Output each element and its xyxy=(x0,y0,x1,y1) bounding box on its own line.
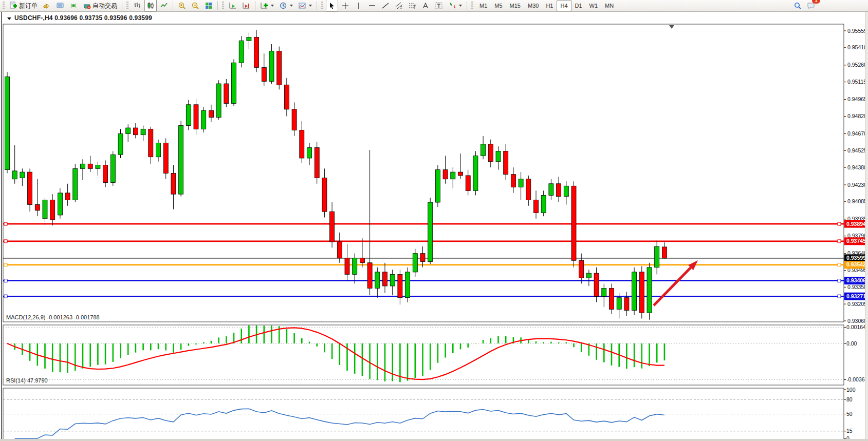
timeframe-W1[interactable]: W1 xyxy=(586,0,602,11)
axis-label: 0.94820 xyxy=(847,113,867,119)
chat-button[interactable]: 1 xyxy=(805,0,818,12)
timeframe-H4[interactable]: H4 xyxy=(557,0,571,11)
zoom-in-button[interactable] xyxy=(176,0,188,12)
trendline-icon xyxy=(381,2,390,10)
status-strip xyxy=(0,439,868,441)
candle xyxy=(330,212,335,242)
candle xyxy=(163,143,168,174)
candle xyxy=(247,37,251,41)
vertical-line-button[interactable] xyxy=(353,0,365,12)
candle xyxy=(88,164,93,168)
line-chart-button[interactable] xyxy=(158,0,170,12)
axis-label: 100 xyxy=(846,387,856,393)
trend-arrow-annotation[interactable] xyxy=(654,260,698,305)
axis-label: 0.93060 xyxy=(847,318,867,324)
timeframe-M1[interactable]: M1 xyxy=(476,0,491,11)
add-indicator-button[interactable] xyxy=(258,0,276,12)
candle xyxy=(413,254,417,272)
terminal-button[interactable] xyxy=(54,0,66,12)
window-left-edge xyxy=(1,12,2,441)
axis-label: 0.93745 xyxy=(846,238,866,244)
search-button[interactable] xyxy=(791,0,804,12)
timeframe-M15[interactable]: M15 xyxy=(506,0,524,11)
candle xyxy=(541,195,546,213)
axis-label: 0.94230 xyxy=(847,182,867,188)
axis-label: 0.94380 xyxy=(847,164,867,170)
announcement-button[interactable] xyxy=(41,0,53,12)
axis-label: 0.95555 xyxy=(847,28,867,34)
candle xyxy=(564,186,568,196)
candle xyxy=(647,267,652,313)
auto-trading-icon xyxy=(83,2,91,10)
axis-label: 0.00 xyxy=(846,340,857,347)
candle xyxy=(602,289,606,297)
crosshair-button[interactable] xyxy=(339,0,352,12)
candle xyxy=(473,156,478,190)
candle xyxy=(322,178,327,212)
timeframe-M5[interactable]: M5 xyxy=(491,0,506,11)
axis-label: 0.95260 xyxy=(847,62,867,68)
toolbar-grip[interactable] xyxy=(222,2,224,10)
toolbar-grip[interactable] xyxy=(126,2,128,10)
candle xyxy=(428,202,433,261)
auto-trading-button[interactable]: 自动交易 xyxy=(81,0,119,12)
candle-chart-button[interactable] xyxy=(144,0,157,12)
axis-label: 80 xyxy=(846,396,853,402)
candle xyxy=(488,144,493,162)
candle xyxy=(277,51,282,85)
axis-label: 0.93205 xyxy=(847,301,867,307)
candle xyxy=(73,168,78,200)
timeframe-MN[interactable]: MN xyxy=(601,0,617,11)
horizontal-line-button[interactable] xyxy=(366,0,378,12)
signal-button[interactable] xyxy=(67,0,80,12)
trendline-button[interactable] xyxy=(379,0,392,12)
tile-windows-button[interactable] xyxy=(202,0,215,12)
candle xyxy=(466,176,470,190)
text-button[interactable] xyxy=(419,0,432,12)
auto-scroll-button[interactable] xyxy=(227,0,239,12)
chart-shift-marker-icon[interactable] xyxy=(669,25,674,29)
candle xyxy=(579,260,584,278)
chart-shift-button[interactable] xyxy=(240,0,252,12)
periods-clock-button[interactable] xyxy=(277,0,295,12)
signal-icon xyxy=(69,2,78,10)
chart-area[interactable]: 0.955550.954100.952600.951150.949650.948… xyxy=(0,12,868,441)
chart-template-button[interactable] xyxy=(296,0,314,12)
candle xyxy=(639,272,644,313)
timeframe-M30[interactable]: M30 xyxy=(524,0,542,11)
candle xyxy=(141,129,145,135)
chart-canvas[interactable]: 0.955550.954100.952600.951150.949650.948… xyxy=(0,12,868,441)
toolbar-grip[interactable] xyxy=(321,2,323,10)
timeframe-D1[interactable]: D1 xyxy=(571,0,586,11)
candle xyxy=(315,148,319,178)
cursor-button[interactable] xyxy=(326,0,338,12)
dropdown-caret-icon xyxy=(271,5,274,7)
candle xyxy=(420,254,425,262)
candle xyxy=(81,164,85,168)
new-order-button[interactable]: 新订单 xyxy=(7,0,40,12)
toolbar: 新订单 自动交易 xyxy=(0,0,868,12)
candle xyxy=(451,172,455,179)
candle xyxy=(405,272,410,298)
bar-chart-button[interactable] xyxy=(131,0,143,12)
cursor-icon xyxy=(328,2,336,10)
toolbar-grip[interactable] xyxy=(3,2,5,10)
equidistant-channel-button[interactable] xyxy=(393,0,405,12)
zoom-out-button[interactable] xyxy=(189,0,201,12)
candle xyxy=(209,110,213,118)
candle xyxy=(110,155,115,182)
arrows-button[interactable] xyxy=(446,0,464,12)
candle xyxy=(655,246,659,267)
symbol-dropdown-caret-icon[interactable] xyxy=(7,17,11,20)
axis-label: 0.95410 xyxy=(847,44,867,50)
toolbar-grip[interactable] xyxy=(471,2,473,10)
timeframe-H1[interactable]: H1 xyxy=(542,0,557,11)
fibonacci-button[interactable] xyxy=(406,0,418,12)
candle xyxy=(337,242,342,258)
candle xyxy=(269,51,274,82)
text-label-button[interactable] xyxy=(433,0,445,12)
axis-label: 0.93542 xyxy=(846,261,866,267)
axis-label: 0.93350 xyxy=(847,284,867,290)
candle xyxy=(662,247,667,258)
candle xyxy=(632,272,637,311)
